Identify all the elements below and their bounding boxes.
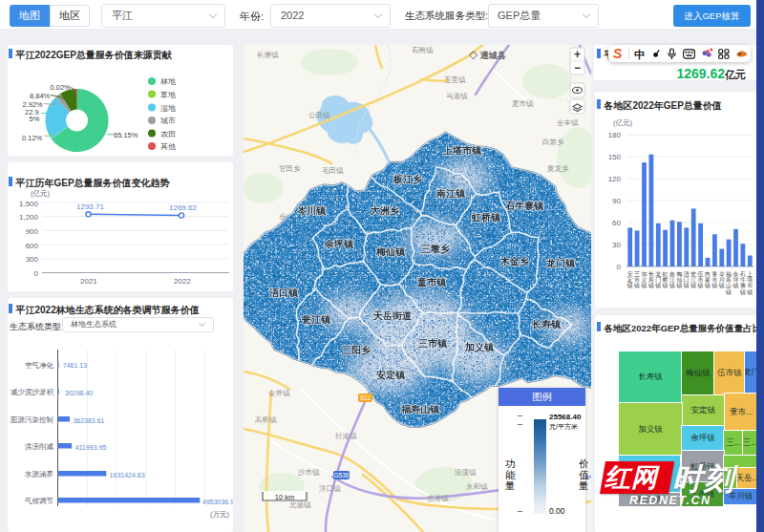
svg-text:600: 600 (26, 242, 39, 250)
svg-text:加义镇: 加义镇 (464, 342, 495, 352)
svg-text:三阳乡: 三阳乡 (342, 345, 371, 355)
svg-text:板江乡: 板江乡 (393, 174, 422, 184)
svg-text:1,500: 1,500 (19, 200, 39, 208)
svg-text:4953036.95: 4953036.95 (202, 499, 233, 505)
svg-text:马港镇: 马港镇 (446, 92, 468, 100)
svg-text:+: + (574, 48, 581, 61)
svg-text:石南镇: 石南镇 (412, 46, 434, 54)
svg-text:S11: S11 (360, 394, 371, 401)
svg-text:(亿元): (亿元) (31, 189, 50, 198)
svg-text:福寿山镇: 福寿山镇 (400, 404, 440, 415)
svg-text:加义镇: 加义镇 (641, 271, 647, 288)
svg-text:30: 30 (612, 241, 621, 249)
svg-text:木金乡: 木金乡 (499, 256, 529, 266)
svg-text:7461.13: 7461.13 (63, 362, 87, 369)
svg-text:气候调节: 气候调节 (24, 497, 54, 505)
svg-text:永和镇: 永和镇 (465, 482, 488, 491)
svg-text:伍市镇: 伍市镇 (697, 271, 704, 288)
svg-text:虹桥镇: 虹桥镇 (662, 271, 668, 288)
svg-text:长寿镇: 长寿镇 (647, 271, 654, 288)
svg-text:梅仙镇: 梅仙镇 (375, 246, 406, 257)
svg-text:余坪镇: 余坪镇 (732, 271, 739, 288)
svg-text:大洲乡: 大洲乡 (370, 205, 399, 216)
svg-text:安定镇: 安定镇 (626, 270, 633, 288)
svg-text:虹桥镇: 虹桥镇 (471, 212, 501, 223)
svg-text:黄龙乡: 黄龙乡 (547, 164, 569, 173)
svg-text:龙门镇: 龙门镇 (545, 258, 576, 268)
svg-text:其他: 其他 (160, 142, 176, 151)
svg-text:三市镇: 三市镇 (418, 338, 448, 349)
svg-text:湿地: 湿地 (160, 104, 176, 113)
svg-text:300: 300 (26, 255, 39, 264)
svg-text:120: 120 (608, 175, 622, 183)
svg-text:林地: 林地 (160, 77, 176, 86)
svg-text:浯口镇: 浯口镇 (268, 287, 299, 298)
svg-text:社港镇: 社港镇 (335, 432, 357, 440)
svg-text:洪涝削减: 洪涝削减 (25, 442, 54, 451)
svg-text:城市: 城市 (159, 117, 176, 125)
svg-text:90: 90 (612, 197, 621, 205)
svg-text:童市镇: 童市镇 (416, 277, 447, 287)
svg-text:毛田镇: 毛田镇 (322, 166, 344, 175)
svg-text:天岳街道: 天岳街道 (372, 310, 413, 321)
svg-text:G536: G536 (334, 472, 350, 479)
svg-text:淳口镇: 淳口镇 (319, 484, 341, 493)
svg-text:上塔市镇: 上塔市镇 (442, 145, 482, 156)
svg-text:上塔市镇: 上塔市镇 (746, 271, 753, 295)
svg-text:180: 180 (608, 131, 622, 139)
svg-text:2022: 2022 (174, 277, 191, 286)
svg-text:五里镇: 五里镇 (444, 75, 466, 84)
svg-text:农田: 农田 (160, 130, 176, 138)
svg-text:全丰镇: 全丰镇 (557, 118, 579, 127)
svg-text:1631424.83: 1631424.83 (110, 472, 145, 479)
svg-text:30298.40: 30298.40 (65, 390, 93, 396)
svg-text:麦市镇: 麦市镇 (512, 99, 534, 108)
svg-text:石牛寨镇: 石牛寨镇 (504, 201, 544, 211)
svg-text:古港镇: 古港镇 (427, 494, 449, 502)
svg-text:龙门镇: 龙门镇 (654, 271, 661, 288)
svg-text:362383.61: 362383.61 (73, 417, 104, 424)
svg-text:岑川镇: 岑川镇 (718, 271, 725, 288)
svg-text:0.12%: 0.12% (22, 134, 43, 142)
svg-text:150: 150 (608, 153, 622, 161)
svg-text:减少泥沙淤积: 减少泥沙淤积 (11, 388, 54, 396)
svg-text:梅仙镇: 梅仙镇 (675, 271, 682, 288)
svg-text:(亿元): (亿元) (613, 118, 632, 127)
svg-text:石牛寨镇: 石牛寨镇 (739, 270, 746, 295)
svg-text:1293.71: 1293.71 (76, 202, 104, 211)
svg-text:沿溪镇: 沿溪镇 (455, 468, 477, 477)
svg-text:童市镇: 童市镇 (711, 270, 717, 288)
svg-text:沙市镇: 沙市镇 (297, 468, 320, 477)
svg-text:900: 900 (26, 227, 39, 236)
svg-text:福寿山镇: 福寿山镇 (725, 271, 732, 295)
svg-text:长寿镇: 长寿镇 (531, 319, 562, 330)
svg-text:浯口镇: 浯口镇 (683, 270, 690, 288)
svg-text:南江镇: 南江镇 (436, 188, 466, 199)
svg-text:60: 60 (612, 219, 621, 227)
svg-text:10 km: 10 km (275, 493, 294, 501)
svg-text:5%: 5% (30, 115, 40, 123)
svg-text:0: 0 (34, 269, 39, 278)
svg-text:金井镇: 金井镇 (268, 389, 290, 397)
svg-text:0: 0 (617, 263, 622, 271)
svg-text:1269.62: 1269.62 (169, 203, 197, 212)
svg-text:北盛镇: 北盛镇 (289, 500, 311, 509)
svg-text:◇ 通城县: ◇ 通城县 (468, 51, 507, 60)
svg-text:草地: 草地 (160, 91, 176, 99)
svg-text:三墩乡: 三墩乡 (421, 244, 450, 254)
svg-text:高桥镇: 高桥镇 (255, 415, 277, 424)
svg-text:长塘镇: 长塘镇 (256, 51, 279, 59)
svg-text:余坪镇: 余坪镇 (324, 239, 354, 249)
svg-text:向家镇: 向家镇 (704, 271, 711, 288)
svg-text:三市镇: 三市镇 (633, 271, 640, 288)
svg-text:(万元): (万元) (210, 510, 229, 519)
svg-text:甘田乡: 甘田乡 (279, 164, 301, 173)
svg-text:−: − (574, 61, 581, 74)
svg-text:白箬乡: 白箬乡 (542, 138, 564, 146)
svg-text:南江镇: 南江镇 (668, 271, 675, 288)
svg-text:空气净化: 空气净化 (25, 361, 54, 370)
svg-text:安定镇: 安定镇 (376, 370, 406, 380)
svg-text:面源污染控制: 面源污染控制 (10, 415, 53, 424)
svg-text:水源涵养: 水源涵养 (24, 470, 53, 479)
svg-text:2021: 2021 (80, 277, 97, 286)
